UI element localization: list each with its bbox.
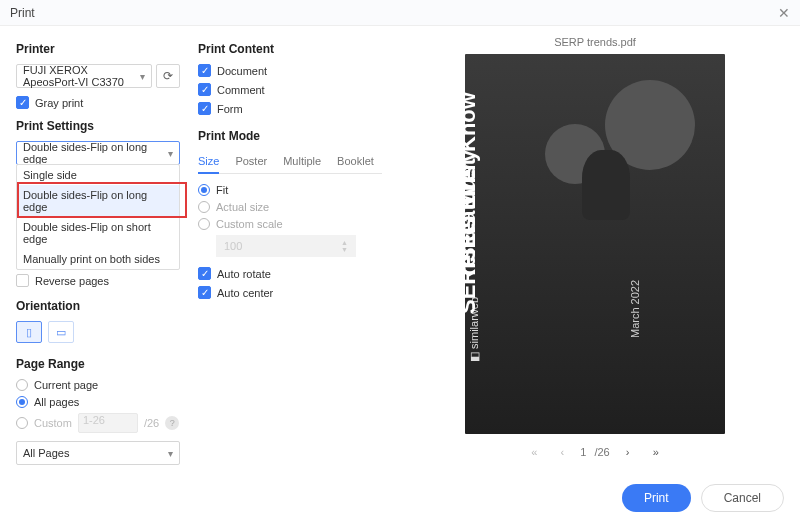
fit-label: Fit — [216, 184, 228, 196]
sides-dropdown: Single side Double sides-Flip on long ed… — [16, 164, 180, 270]
chevron-down-icon: ▾ — [168, 448, 173, 459]
actual-size-radio[interactable] — [198, 201, 210, 213]
print-button[interactable]: Print — [622, 484, 691, 512]
pager-first-button[interactable]: « — [524, 442, 544, 462]
custom-range-radio[interactable] — [16, 417, 28, 429]
tab-poster[interactable]: Poster — [235, 151, 267, 173]
page-range-select[interactable]: All Pages ▾ — [16, 441, 180, 465]
custom-scale-label: Custom scale — [216, 218, 283, 230]
print-settings-label: Print Settings — [16, 119, 180, 133]
window-title: Print — [10, 6, 35, 20]
cancel-button[interactable]: Cancel — [701, 484, 784, 512]
tab-multiple[interactable]: Multiple — [283, 151, 321, 173]
printer-select[interactable]: FUJI XEROX ApeosPort-VI C3370 ▾ — [16, 64, 152, 88]
auto-rotate-label: Auto rotate — [217, 268, 271, 280]
close-icon[interactable]: ✕ — [778, 5, 790, 21]
custom-scale-radio[interactable] — [198, 218, 210, 230]
auto-center-label: Auto center — [217, 287, 273, 299]
custom-range-label: Custom — [34, 417, 72, 429]
print-mode-label: Print Mode — [198, 129, 382, 143]
stepper-up-icon: ▲ — [341, 239, 348, 246]
print-preview: ◧ similarweb SEO Must Know Trends Every … — [465, 54, 725, 434]
pager-current: 1 — [580, 446, 586, 458]
sides-option-manual[interactable]: Manually print on both sides — [17, 249, 179, 269]
gray-print-checkbox[interactable]: ✓ — [16, 96, 29, 109]
comment-checkbox[interactable]: ✓ — [198, 83, 211, 96]
help-icon[interactable]: ? — [165, 416, 179, 430]
all-pages-label: All pages — [34, 396, 79, 408]
orientation-label: Orientation — [16, 299, 180, 313]
print-content-label: Print Content — [198, 42, 382, 56]
pager-total: /26 — [594, 446, 609, 458]
chevron-down-icon: ▾ — [140, 71, 145, 82]
printer-label: Printer — [16, 42, 180, 56]
pager-last-button[interactable]: » — [646, 442, 666, 462]
sides-selected: Double sides-Flip on long edge — [23, 141, 168, 165]
chevron-down-icon: ▾ — [168, 148, 173, 159]
tab-booklet[interactable]: Booklet — [337, 151, 374, 173]
comment-label: Comment — [217, 84, 265, 96]
preview-date: March 2022 — [629, 280, 641, 338]
preview-pager: « ‹ 1/26 › » — [524, 442, 665, 462]
pager-prev-button[interactable]: ‹ — [552, 442, 572, 462]
custom-scale-input: 100 ▲▼ — [216, 235, 356, 257]
auto-rotate-checkbox[interactable]: ✓ — [198, 267, 211, 280]
reverse-pages-label: Reverse pages — [35, 275, 109, 287]
refresh-printers-button[interactable]: ⟳ — [156, 64, 180, 88]
gray-print-label: Gray print — [35, 97, 83, 109]
orientation-landscape-button[interactable]: ▭ — [48, 321, 74, 343]
form-checkbox[interactable]: ✓ — [198, 102, 211, 115]
sides-select[interactable]: Double sides-Flip on long edge ▾ — [16, 141, 180, 165]
auto-center-checkbox[interactable]: ✓ — [198, 286, 211, 299]
document-checkbox[interactable]: ✓ — [198, 64, 211, 77]
stepper-down-icon: ▼ — [341, 246, 348, 253]
printer-selected: FUJI XEROX ApeosPort-VI C3370 — [23, 64, 140, 88]
reverse-pages-checkbox[interactable]: ✓ — [16, 274, 29, 287]
preview-title-line: SERP Feature — [465, 169, 481, 314]
actual-size-label: Actual size — [216, 201, 269, 213]
document-label: Document — [217, 65, 267, 77]
page-range-label: Page Range — [16, 357, 180, 371]
custom-scale-value: 100 — [224, 240, 242, 252]
current-page-label: Current page — [34, 379, 98, 391]
tab-size[interactable]: Size — [198, 151, 219, 173]
fit-radio[interactable] — [198, 184, 210, 196]
preview-filename: SERP trends.pdf — [554, 36, 636, 48]
person-illustration — [582, 150, 630, 220]
current-page-radio[interactable] — [16, 379, 28, 391]
all-pages-radio[interactable] — [16, 396, 28, 408]
orientation-portrait-button[interactable]: ▯ — [16, 321, 42, 343]
sides-option-short-edge[interactable]: Double sides-Flip on short edge — [17, 217, 179, 249]
custom-range-input[interactable]: 1-26 — [78, 413, 138, 433]
sides-option-long-edge[interactable]: Double sides-Flip on long edge — [17, 185, 179, 217]
custom-range-total: /26 — [144, 417, 159, 429]
form-label: Form — [217, 103, 243, 115]
pager-next-button[interactable]: › — [618, 442, 638, 462]
sides-option-single[interactable]: Single side — [17, 165, 179, 185]
page-range-select-value: All Pages — [23, 447, 69, 459]
